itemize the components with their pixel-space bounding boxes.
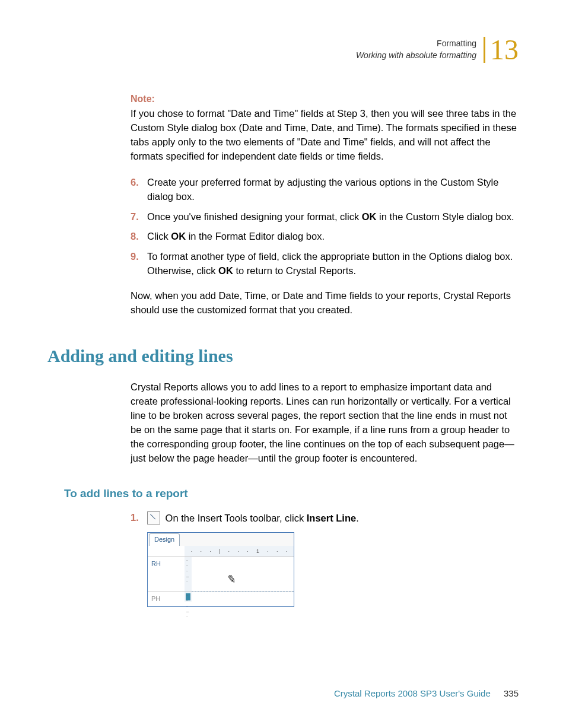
note-text: If you chose to format "Date and Time" f… bbox=[131, 107, 519, 164]
closing-paragraph: Now, when you add Date, Time, or Date an… bbox=[131, 289, 519, 317]
step-number: 6. bbox=[131, 176, 147, 204]
tab-design[interactable]: Design bbox=[149, 533, 180, 546]
step-6: 6. Create your preferred format by adjus… bbox=[131, 176, 519, 204]
tab-row: Design bbox=[148, 533, 294, 546]
note-label: Note: bbox=[131, 94, 519, 104]
substep-bold: Insert Line bbox=[307, 512, 356, 523]
header-title: Formatting bbox=[356, 38, 476, 50]
step-8: 8. Click OK in the Format Editor dialog … bbox=[131, 230, 519, 244]
design-preview: Design ···|···1··· RH ✎ PH bbox=[147, 532, 294, 607]
step-number: 1. bbox=[131, 511, 147, 525]
step-9: 9. To format another type of field, clic… bbox=[131, 250, 519, 278]
subheading: To add lines to a report bbox=[47, 487, 519, 500]
step-bold: OK bbox=[362, 211, 377, 222]
header-subtitle: Working with absolute formatting bbox=[356, 50, 476, 62]
step-text: Click OK in the Format Editor dialog box… bbox=[147, 230, 325, 244]
footer-page: 335 bbox=[504, 688, 519, 698]
step-bold: OK bbox=[218, 265, 233, 276]
section-rh: RH ✎ bbox=[148, 557, 294, 592]
step-post: to return to Crystal Reports. bbox=[233, 265, 356, 276]
section-body: Crystal Reports allows you to add lines … bbox=[47, 380, 519, 466]
ruler-vertical-ph bbox=[185, 592, 192, 602]
handle-icon[interactable] bbox=[186, 593, 190, 600]
substep-post: . bbox=[356, 512, 359, 523]
step-text: Create your preferred format by adjustin… bbox=[147, 176, 519, 204]
section-canvas-rh[interactable]: ✎ bbox=[192, 557, 294, 592]
ruler-vertical bbox=[185, 557, 192, 592]
pencil-cursor-icon: ✎ bbox=[226, 571, 237, 587]
step-number: 8. bbox=[131, 230, 147, 244]
section-ph: PH bbox=[148, 592, 294, 606]
step-pre: Once you've finished designing your form… bbox=[147, 211, 362, 222]
page-footer: Crystal Reports 2008 SP3 User's Guide 33… bbox=[334, 688, 519, 698]
step-bold: OK bbox=[171, 231, 186, 241]
substep-text: On the Insert Tools toolbar, click Inser… bbox=[166, 512, 359, 523]
ruler-mark: 1 bbox=[256, 548, 259, 555]
step-7: 7. Once you've finished designing your f… bbox=[131, 210, 519, 224]
insert-line-icon bbox=[147, 511, 160, 524]
section-label-rh[interactable]: RH bbox=[148, 557, 185, 592]
section-canvas-ph[interactable] bbox=[192, 592, 294, 602]
substep-pre: On the Insert Tools toolbar, click bbox=[166, 512, 307, 523]
step-post: in the Custom Style dialog box. bbox=[377, 211, 514, 222]
page-header: Formatting Working with absolute formatt… bbox=[47, 36, 519, 64]
step-number: 9. bbox=[131, 250, 147, 278]
substep-1: 1. On the Insert Tools toolbar, click In… bbox=[47, 511, 519, 608]
step-post: in the Format Editor dialog box. bbox=[186, 231, 325, 241]
section-heading: Adding and editing lines bbox=[47, 346, 519, 366]
footer-title: Crystal Reports 2008 SP3 User's Guide bbox=[334, 688, 491, 698]
note-block: Note: If you chose to format "Date and T… bbox=[131, 94, 519, 164]
header-divider bbox=[484, 37, 485, 63]
chapter-number: 13 bbox=[490, 36, 519, 64]
section-label-ph[interactable]: PH bbox=[148, 592, 185, 606]
step-pre: Click bbox=[147, 231, 171, 241]
step-text: To format another type of field, click t… bbox=[147, 250, 519, 278]
step-number: 7. bbox=[131, 210, 147, 224]
ruler-horizontal: ···|···1··· bbox=[148, 546, 294, 557]
step-text: Once you've finished designing your form… bbox=[147, 210, 514, 224]
